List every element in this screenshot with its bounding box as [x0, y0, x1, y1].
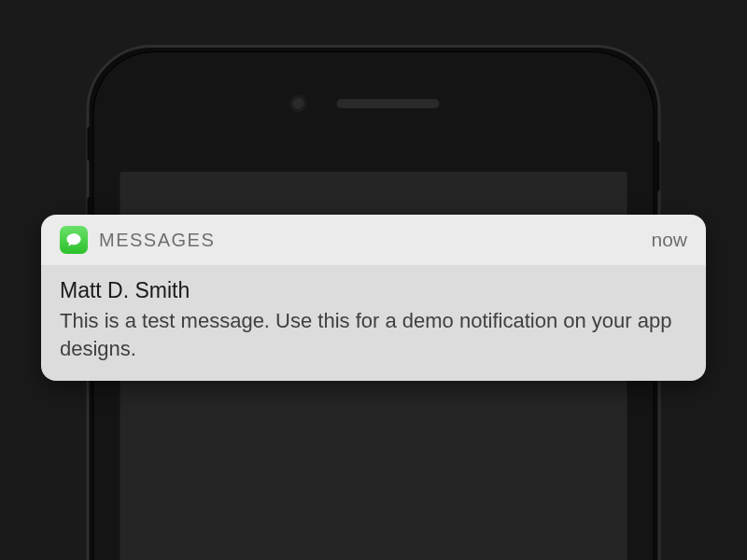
earpiece-speaker: [336, 99, 439, 108]
notification-sender: Matt D. Smith: [60, 278, 687, 303]
notification-timestamp: now: [651, 229, 687, 251]
speech-bubble-icon: [65, 231, 82, 248]
notification-header: MESSAGES now: [41, 215, 706, 265]
phone-power-button: [656, 141, 660, 191]
notification-banner[interactable]: MESSAGES now Matt D. Smith This is a tes…: [41, 215, 706, 381]
notification-body: Matt D. Smith This is a test message. Us…: [41, 265, 706, 381]
notification-app-name: MESSAGES: [99, 230, 640, 251]
phone-mute-switch: [88, 127, 92, 161]
messages-app-icon: [60, 226, 88, 254]
front-camera: [289, 95, 306, 112]
notification-message: This is a test message. Use this for a d…: [60, 307, 687, 362]
